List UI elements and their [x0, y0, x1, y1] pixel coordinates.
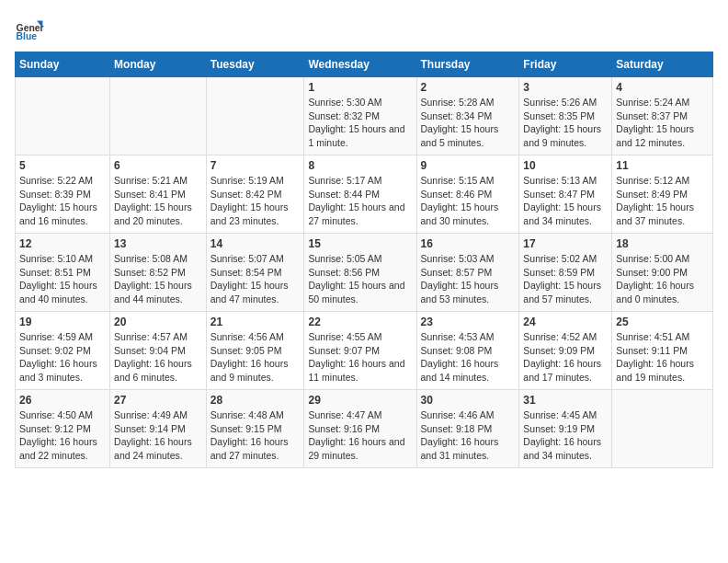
day-info: Sunrise: 5:12 AM Sunset: 8:49 PM Dayligh…: [616, 174, 709, 228]
day-info: Sunrise: 5:24 AM Sunset: 8:37 PM Dayligh…: [616, 96, 709, 150]
day-cell: 7Sunrise: 5:19 AM Sunset: 8:42 PM Daylig…: [206, 155, 304, 234]
day-cell: 14Sunrise: 5:07 AM Sunset: 8:54 PM Dayli…: [206, 234, 304, 312]
day-number: 6: [114, 159, 202, 172]
col-header-thursday: Thursday: [416, 52, 519, 77]
day-cell: 18Sunrise: 5:00 AM Sunset: 9:00 PM Dayli…: [612, 234, 713, 312]
day-number: 5: [19, 159, 106, 172]
day-number: 7: [210, 159, 301, 172]
day-number: 9: [421, 159, 516, 172]
day-info: Sunrise: 5:30 AM Sunset: 8:32 PM Dayligh…: [308, 96, 412, 150]
week-row-3: 12Sunrise: 5:10 AM Sunset: 8:51 PM Dayli…: [16, 234, 713, 312]
day-info: Sunrise: 5:15 AM Sunset: 8:46 PM Dayligh…: [421, 174, 516, 228]
day-cell: 15Sunrise: 5:05 AM Sunset: 8:56 PM Dayli…: [304, 234, 416, 312]
day-info: Sunrise: 4:46 AM Sunset: 9:18 PM Dayligh…: [421, 408, 516, 463]
col-header-tuesday: Tuesday: [206, 52, 304, 77]
day-number: 22: [308, 316, 412, 328]
day-cell: 30Sunrise: 4:46 AM Sunset: 9:18 PM Dayli…: [416, 390, 519, 468]
day-info: Sunrise: 5:00 AM Sunset: 9:00 PM Dayligh…: [616, 252, 709, 306]
col-header-sunday: Sunday: [16, 52, 110, 77]
day-cell: 22Sunrise: 4:55 AM Sunset: 9:07 PM Dayli…: [304, 312, 416, 390]
day-info: Sunrise: 5:28 AM Sunset: 8:34 PM Dayligh…: [421, 96, 516, 150]
day-number: 21: [210, 316, 301, 328]
day-number: 11: [616, 159, 709, 172]
day-number: 8: [308, 159, 412, 172]
day-info: Sunrise: 5:21 AM Sunset: 8:41 PM Dayligh…: [114, 174, 202, 228]
day-cell: 29Sunrise: 4:47 AM Sunset: 9:16 PM Dayli…: [304, 390, 416, 468]
day-cell: 27Sunrise: 4:49 AM Sunset: 9:14 PM Dayli…: [110, 390, 207, 468]
day-number: 3: [523, 81, 608, 94]
day-number: 24: [523, 316, 608, 328]
col-header-monday: Monday: [110, 52, 207, 77]
calendar-table: SundayMondayTuesdayWednesdayThursdayFrid…: [15, 52, 713, 468]
day-number: 29: [308, 394, 412, 407]
day-cell: 20Sunrise: 4:57 AM Sunset: 9:04 PM Dayli…: [110, 312, 207, 390]
day-cell: 25Sunrise: 4:51 AM Sunset: 9:11 PM Dayli…: [612, 312, 713, 390]
day-info: Sunrise: 5:03 AM Sunset: 8:57 PM Dayligh…: [421, 252, 516, 306]
day-number: 30: [421, 394, 516, 407]
day-cell: 5Sunrise: 5:22 AM Sunset: 8:39 PM Daylig…: [16, 155, 110, 234]
header-row: SundayMondayTuesdayWednesdayThursdayFrid…: [16, 52, 713, 77]
day-number: 15: [308, 237, 412, 250]
day-number: 25: [616, 316, 709, 328]
day-number: 10: [523, 159, 608, 172]
day-number: 2: [421, 81, 516, 94]
day-info: Sunrise: 5:22 AM Sunset: 8:39 PM Dayligh…: [19, 174, 106, 228]
header: General Blue: [15, 15, 713, 44]
day-info: Sunrise: 5:02 AM Sunset: 8:59 PM Dayligh…: [523, 252, 608, 306]
day-cell: 3Sunrise: 5:26 AM Sunset: 8:35 PM Daylig…: [519, 77, 612, 155]
day-info: Sunrise: 4:50 AM Sunset: 9:12 PM Dayligh…: [19, 408, 106, 463]
day-cell: 16Sunrise: 5:03 AM Sunset: 8:57 PM Dayli…: [416, 234, 519, 312]
day-cell: [16, 77, 110, 155]
day-number: 23: [421, 316, 516, 328]
day-number: 31: [523, 394, 608, 407]
day-cell: 21Sunrise: 4:56 AM Sunset: 9:05 PM Dayli…: [206, 312, 304, 390]
day-cell: 6Sunrise: 5:21 AM Sunset: 8:41 PM Daylig…: [110, 155, 207, 234]
day-info: Sunrise: 5:07 AM Sunset: 8:54 PM Dayligh…: [210, 252, 301, 306]
day-info: Sunrise: 5:10 AM Sunset: 8:51 PM Dayligh…: [19, 252, 106, 306]
day-cell: 8Sunrise: 5:17 AM Sunset: 8:44 PM Daylig…: [304, 155, 416, 234]
day-info: Sunrise: 4:53 AM Sunset: 9:08 PM Dayligh…: [421, 330, 516, 385]
day-number: 26: [19, 394, 106, 407]
col-header-wednesday: Wednesday: [304, 52, 416, 77]
day-cell: 13Sunrise: 5:08 AM Sunset: 8:52 PM Dayli…: [110, 234, 207, 312]
day-cell: 26Sunrise: 4:50 AM Sunset: 9:12 PM Dayli…: [16, 390, 110, 468]
day-number: 16: [421, 237, 516, 250]
day-number: 17: [523, 237, 608, 250]
day-cell: 24Sunrise: 4:52 AM Sunset: 9:09 PM Dayli…: [519, 312, 612, 390]
day-number: 12: [19, 237, 106, 250]
day-number: 4: [616, 81, 709, 94]
day-number: 14: [210, 237, 301, 250]
logo: General Blue: [15, 15, 48, 44]
day-info: Sunrise: 5:17 AM Sunset: 8:44 PM Dayligh…: [308, 174, 412, 228]
day-info: Sunrise: 4:52 AM Sunset: 9:09 PM Dayligh…: [523, 330, 608, 385]
day-cell: 2Sunrise: 5:28 AM Sunset: 8:34 PM Daylig…: [416, 77, 519, 155]
day-info: Sunrise: 4:56 AM Sunset: 9:05 PM Dayligh…: [210, 330, 301, 385]
day-cell: 1Sunrise: 5:30 AM Sunset: 8:32 PM Daylig…: [304, 77, 416, 155]
week-row-4: 19Sunrise: 4:59 AM Sunset: 9:02 PM Dayli…: [16, 312, 713, 390]
day-info: Sunrise: 5:26 AM Sunset: 8:35 PM Dayligh…: [523, 96, 608, 150]
day-info: Sunrise: 5:05 AM Sunset: 8:56 PM Dayligh…: [308, 252, 412, 306]
day-cell: 4Sunrise: 5:24 AM Sunset: 8:37 PM Daylig…: [612, 77, 713, 155]
day-number: 20: [114, 316, 202, 328]
day-cell: [110, 77, 207, 155]
day-cell: [206, 77, 304, 155]
day-info: Sunrise: 4:48 AM Sunset: 9:15 PM Dayligh…: [210, 408, 301, 463]
day-info: Sunrise: 4:49 AM Sunset: 9:14 PM Dayligh…: [114, 408, 202, 463]
day-number: 28: [210, 394, 301, 407]
day-number: 13: [114, 237, 202, 250]
day-cell: 19Sunrise: 4:59 AM Sunset: 9:02 PM Dayli…: [16, 312, 110, 390]
svg-text:Blue: Blue: [17, 31, 38, 41]
day-info: Sunrise: 5:08 AM Sunset: 8:52 PM Dayligh…: [114, 252, 202, 306]
day-number: 19: [19, 316, 106, 328]
day-cell: 9Sunrise: 5:15 AM Sunset: 8:46 PM Daylig…: [416, 155, 519, 234]
day-number: 18: [616, 237, 709, 250]
day-cell: 23Sunrise: 4:53 AM Sunset: 9:08 PM Dayli…: [416, 312, 519, 390]
day-cell: 31Sunrise: 4:45 AM Sunset: 9:19 PM Dayli…: [519, 390, 612, 468]
col-header-saturday: Saturday: [612, 52, 713, 77]
day-number: 1: [308, 81, 412, 94]
logo-icon: General Blue: [15, 15, 44, 44]
day-cell: 28Sunrise: 4:48 AM Sunset: 9:15 PM Dayli…: [206, 390, 304, 468]
day-info: Sunrise: 5:19 AM Sunset: 8:42 PM Dayligh…: [210, 174, 301, 228]
day-cell: 17Sunrise: 5:02 AM Sunset: 8:59 PM Dayli…: [519, 234, 612, 312]
col-header-friday: Friday: [519, 52, 612, 77]
